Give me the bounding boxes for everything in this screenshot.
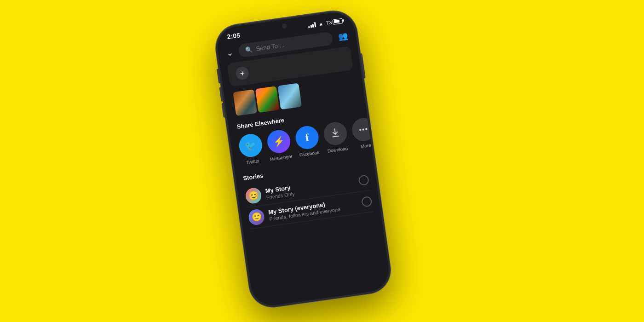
battery-fill bbox=[334, 20, 339, 23]
phone-screen: 2:05 ▲ 73 bbox=[215, 10, 391, 308]
story-avatar: 😊 bbox=[245, 187, 262, 204]
plus-button[interactable]: + bbox=[235, 66, 250, 80]
phone-outer: 2:05 ▲ 73 bbox=[213, 8, 393, 310]
bitmoji-icon: 🙂 bbox=[251, 212, 262, 223]
facebook-icon: f bbox=[305, 132, 310, 144]
story-avatar: 🙂 bbox=[247, 208, 265, 226]
more-circle: ••• bbox=[351, 117, 376, 143]
more-share[interactable]: ••• More bbox=[350, 116, 378, 150]
avatar-image: 🙂 bbox=[247, 208, 265, 226]
add-friend-icon[interactable]: 👥 bbox=[337, 31, 348, 42]
download-label: Download bbox=[327, 146, 348, 154]
photo-thumbnail[interactable] bbox=[233, 89, 257, 116]
battery-indicator: 73 bbox=[326, 18, 343, 26]
bitmoji-icon: 😊 bbox=[248, 190, 259, 201]
messenger-label: Messenger bbox=[270, 154, 293, 162]
more-icon: ••• bbox=[358, 125, 368, 134]
more-label: More bbox=[360, 143, 371, 149]
facebook-label: Facebook bbox=[299, 150, 320, 158]
story-select-circle[interactable] bbox=[358, 174, 369, 186]
twitter-share[interactable]: 🐦 Twitter bbox=[237, 132, 265, 166]
wifi-icon: ▲ bbox=[318, 21, 323, 27]
front-camera bbox=[282, 23, 287, 29]
stories-section: Stories 😊 My Story Friends Only bbox=[242, 155, 374, 229]
facebook-share[interactable]: f Facebook bbox=[293, 125, 322, 158]
twitter-label: Twitter bbox=[246, 158, 260, 165]
story-select-circle[interactable] bbox=[361, 196, 373, 207]
download-circle bbox=[322, 121, 348, 146]
share-elsewhere-section: Share Elsewhere 🐦 Twitter ⚡ bbox=[236, 106, 364, 166]
search-placeholder: Send To ... bbox=[256, 41, 285, 52]
status-time: 2:05 bbox=[226, 31, 241, 40]
photo-thumbnail[interactable] bbox=[277, 83, 302, 109]
download-share[interactable]: Download bbox=[322, 121, 350, 154]
facebook-circle: f bbox=[294, 125, 320, 150]
content-area: + Share Elsewhere bbox=[220, 45, 392, 308]
battery-percent: 73 bbox=[326, 19, 332, 26]
phone-wrapper: 2:05 ▲ 73 bbox=[213, 8, 393, 310]
battery-icon bbox=[332, 18, 343, 24]
new-story-button[interactable]: + New Story bbox=[380, 119, 392, 145]
scene: 2:05 ▲ 73 bbox=[0, 0, 644, 322]
messenger-icon: ⚡ bbox=[272, 135, 285, 148]
avatar-image: 😊 bbox=[245, 187, 262, 204]
messenger-share[interactable]: ⚡ Messenger bbox=[265, 128, 293, 162]
status-icons: ▲ 73 bbox=[308, 18, 343, 28]
back-chevron-icon[interactable]: ⌄ bbox=[226, 47, 234, 58]
twitter-circle: 🐦 bbox=[238, 132, 264, 158]
twitter-icon: 🐦 bbox=[244, 139, 257, 152]
new-story-label: + New Story bbox=[385, 123, 391, 141]
messenger-circle: ⚡ bbox=[266, 128, 292, 154]
photo-thumbnail[interactable] bbox=[255, 86, 280, 113]
search-icon: 🔍 bbox=[245, 46, 253, 54]
download-icon bbox=[329, 126, 341, 140]
